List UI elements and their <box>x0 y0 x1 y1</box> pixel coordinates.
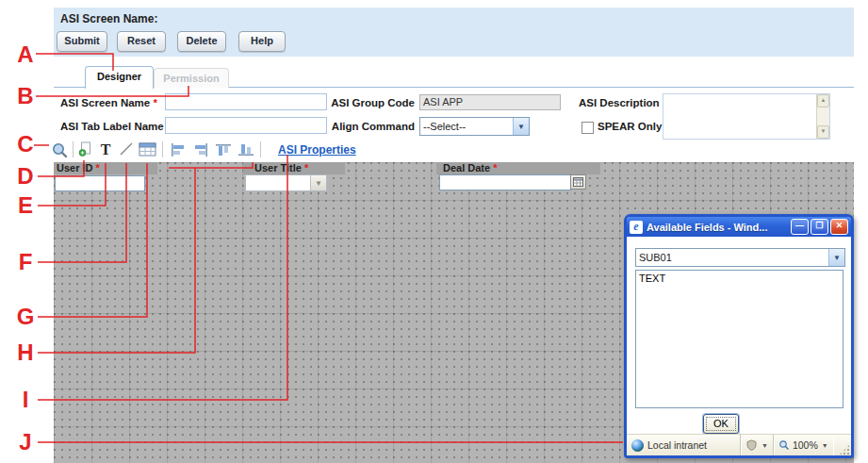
available-fields-select[interactable]: SUB01 ▼ <box>635 248 845 267</box>
annotation-letter-c: C <box>11 133 40 156</box>
annotation-letter-d: D <box>11 165 40 188</box>
chevron-down-icon[interactable]: ▼ <box>513 118 529 135</box>
available-fields-window: e Available Fields - Wind... — ❐ ✕ SUB01… <box>624 214 854 458</box>
annotation-letter-j: J <box>11 431 40 454</box>
add-page-icon[interactable] <box>77 141 92 158</box>
window-titlebar[interactable]: e Available Fields - Wind... — ❐ ✕ <box>627 217 851 237</box>
screen-name-label: ASI Screen Name * <box>60 97 157 108</box>
deal-date-input[interactable] <box>439 174 571 190</box>
help-button[interactable]: Help <box>238 31 286 52</box>
description-textarea[interactable]: ▲ ▼ <box>663 93 830 140</box>
scroll-down-icon[interactable]: ▼ <box>817 125 829 139</box>
annotation-letter-e: E <box>11 194 40 217</box>
magnifier-icon <box>778 439 790 451</box>
align-top-icon[interactable] <box>215 141 232 158</box>
list-item[interactable]: TEXT <box>636 271 843 286</box>
field-header-user-title: User Title * <box>243 162 345 174</box>
annotation-letter-h: H <box>11 341 40 364</box>
shield-icon <box>745 439 758 451</box>
popup-status-bar: Local intranet ▼ 100% ▼ <box>627 434 851 455</box>
line-tool-icon[interactable] <box>119 141 135 158</box>
chevron-down-icon: ▼ <box>822 442 828 449</box>
align-right-icon[interactable] <box>192 141 209 158</box>
page-title: ASI Screen Name: <box>60 12 157 25</box>
globe-icon <box>631 439 644 452</box>
internet-explorer-icon: e <box>630 221 643 234</box>
window-title: Available Fields - Wind... <box>647 222 789 233</box>
description-scrollbar[interactable]: ▲ ▼ <box>816 94 829 139</box>
text-tool-icon[interactable]: T <box>97 141 114 158</box>
zone-label: Local intranet <box>647 439 707 451</box>
zoom-control[interactable]: 100% ▼ <box>774 435 833 455</box>
toolbar-separator <box>73 141 74 157</box>
table-tool-icon[interactable] <box>138 141 157 158</box>
minimize-button[interactable]: — <box>791 219 809 235</box>
restore-button[interactable]: ❐ <box>811 219 828 235</box>
tab-label-name-input[interactable] <box>165 117 327 134</box>
tab-label-name-label: ASI Tab Label Name * <box>60 121 171 132</box>
annotation-letter-b: B <box>11 85 40 107</box>
user-title-select[interactable]: ▼ <box>245 174 327 191</box>
tab-permission[interactable]: Permission <box>154 68 229 88</box>
toolbar-separator <box>162 141 163 157</box>
close-icon[interactable]: ✕ <box>830 219 848 235</box>
align-command-label: Align Command <box>323 121 415 132</box>
scroll-up-icon[interactable]: ▲ <box>817 94 829 107</box>
calendar-icon[interactable] <box>570 174 586 190</box>
annotation-letter-f: F <box>11 251 40 273</box>
available-fields-listbox[interactable]: TEXT <box>635 270 843 408</box>
resize-grip[interactable] <box>839 444 850 455</box>
annotation-letter-i: I <box>11 389 40 411</box>
protected-mode-control[interactable]: ▼ <box>741 435 774 455</box>
align-bottom-icon[interactable] <box>237 141 254 158</box>
field-header-user-id: User ID * <box>54 162 157 174</box>
ok-button[interactable]: OK <box>703 414 739 434</box>
spear-only-label: SPEAR Only <box>598 121 662 132</box>
chevron-down-icon[interactable]: ▼ <box>310 175 326 190</box>
magnifier-icon[interactable] <box>50 141 69 158</box>
group-code-label: ASI Group Code <box>323 97 415 108</box>
align-command-select[interactable]: --Select-- ▼ <box>419 117 530 136</box>
description-label: ASI Description <box>579 97 660 108</box>
security-zone-indicator: Local intranet <box>627 435 741 455</box>
annotation-letter-a: A <box>11 43 40 66</box>
align-left-icon[interactable] <box>170 141 187 158</box>
screen-name-input[interactable] <box>165 93 327 110</box>
submit-button[interactable]: Submit <box>57 31 107 52</box>
spear-only-checkbox[interactable] <box>581 122 594 134</box>
chevron-down-icon[interactable]: ▼ <box>828 249 844 266</box>
reset-button[interactable]: Reset <box>117 31 166 52</box>
asi-properties-link[interactable]: ASI Properties <box>278 143 356 157</box>
group-code-value: ASI APP <box>419 94 561 110</box>
header-bar <box>54 8 854 57</box>
user-id-input[interactable] <box>55 175 145 191</box>
delete-button[interactable]: Delete <box>177 31 226 52</box>
toolbar-separator <box>260 141 261 157</box>
zoom-level: 100% <box>793 439 818 451</box>
annotation-letter-g: G <box>11 306 40 328</box>
chevron-down-icon: ▼ <box>762 442 768 449</box>
field-header-deal-date: Deal Date * <box>436 162 600 174</box>
tab-designer[interactable]: Designer <box>85 66 154 89</box>
